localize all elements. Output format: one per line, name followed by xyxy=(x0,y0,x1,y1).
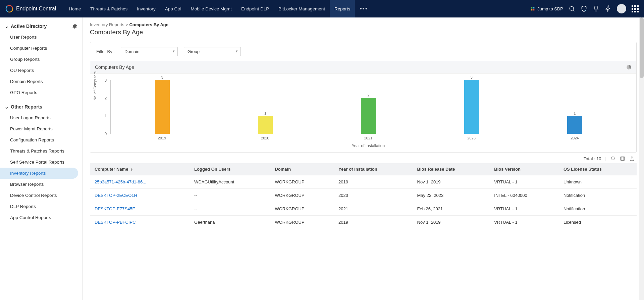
app-name: Endpoint Central xyxy=(16,6,56,12)
table-cell-lic: Notification xyxy=(559,202,637,216)
chart-bar[interactable] xyxy=(567,116,582,134)
sidebar-item-dlp-reports[interactable]: DLP Reports xyxy=(0,201,82,212)
search-icon[interactable] xyxy=(569,5,575,12)
bar-value-label: 1 xyxy=(264,111,266,115)
chart-bar[interactable] xyxy=(155,80,170,134)
table-cell-lic: Licensed xyxy=(559,216,637,229)
sidebar-item-app-control-reports[interactable]: App Control Reports xyxy=(0,212,82,223)
table-header-bios-version[interactable]: Bios Version xyxy=(489,163,559,175)
y-tick: 3 xyxy=(105,78,107,82)
table-cell-bios_ver: VRTUAL - 1 xyxy=(489,216,559,229)
app-logo[interactable]: Endpoint Central xyxy=(5,5,56,13)
svg-point-8 xyxy=(585,10,586,11)
topnav-item-inventory[interactable]: Inventory xyxy=(132,0,160,17)
sidebar-item-user-reports[interactable]: User Reports xyxy=(0,32,82,43)
data-table: Computer Name▲▼Logged On UsersDomainYear… xyxy=(90,163,637,229)
avatar[interactable] xyxy=(617,4,626,13)
table-cell-bios_ver: VRTUAL - 1 xyxy=(489,202,559,216)
topnav-item-endpoint-dlp[interactable]: Endpoint DLP xyxy=(236,0,274,17)
bolt-icon[interactable] xyxy=(605,5,611,12)
columns-icon[interactable] xyxy=(620,156,625,161)
table-header-os-license-status[interactable]: OS License Status xyxy=(559,163,637,175)
table-toolbar: Total : 10 | xyxy=(90,153,637,163)
table-cell-user: -- xyxy=(190,202,270,216)
table-cell-name[interactable]: DESKTOP-E77S45F xyxy=(90,202,190,216)
table-cell-bios_date: Feb 26, 2021 xyxy=(413,202,490,216)
apps-grid-icon[interactable] xyxy=(632,5,639,12)
table-cell-bios_date: May 22, 2023 xyxy=(413,189,490,202)
table-cell-domain: WORKGROUP xyxy=(270,216,334,229)
topnav-item-bitlocker-management[interactable]: BitLocker Management xyxy=(274,0,330,17)
top-nav: HomeThreats & PatchesInventoryApp CtrlMo… xyxy=(64,0,530,17)
table-header-year-of-installation[interactable]: Year of Installation xyxy=(334,163,412,175)
jump-to-sdp-link[interactable]: Jump to SDP xyxy=(530,6,563,11)
vertical-scrollbar[interactable] xyxy=(639,17,644,300)
chart-bar[interactable] xyxy=(464,80,479,134)
sidebar-item-inventory-reports[interactable]: Inventory Reports xyxy=(0,168,78,179)
topnav-item-home[interactable]: Home xyxy=(64,0,86,17)
topnav-more[interactable]: ••• xyxy=(355,5,373,12)
sidebar-item-self-service-portal-reports[interactable]: Self Service Portal Reports xyxy=(0,157,82,168)
table-cell-bios_ver: VRTUAL - 1 xyxy=(489,175,559,189)
sidebar-section-other-reports[interactable]: ⌄Other Reports xyxy=(0,101,82,112)
pie-chart-icon[interactable] xyxy=(626,65,632,70)
sidebar: ⌄Active Directory User ReportsComputer R… xyxy=(0,17,83,300)
table-row: DESKTOP-2ECEO1H--WORKGROUP2023May 22, 20… xyxy=(90,189,637,202)
sidebar-item-group-reports[interactable]: Group Reports xyxy=(0,54,82,65)
breadcrumb-parent[interactable]: Inventory Reports xyxy=(90,22,124,27)
topnav-item-mobile-device-mgmt[interactable]: Mobile Device Mgmt xyxy=(186,0,236,17)
table-cell-year: 2023 xyxy=(334,189,412,202)
table-header-domain[interactable]: Domain xyxy=(270,163,334,175)
topnav-item-reports[interactable]: Reports xyxy=(330,0,355,17)
topnav-item-app-ctrl[interactable]: App Ctrl xyxy=(160,0,186,17)
svg-rect-10 xyxy=(621,157,625,161)
gear-icon[interactable] xyxy=(72,24,77,29)
export-icon[interactable] xyxy=(629,156,635,161)
topnav-item-threats-patches[interactable]: Threats & Patches xyxy=(86,0,132,17)
page-title: Computers By Age xyxy=(90,29,637,36)
x-tick: 2019 xyxy=(158,136,166,140)
table-cell-domain: WORKGROUP xyxy=(270,189,334,202)
table-cell-name[interactable]: DESKTOP-PBFCIPC xyxy=(90,216,190,229)
table-cell-bios_date: Nov 1, 2019 xyxy=(413,175,490,189)
bar-value-label: 3 xyxy=(471,75,473,79)
table-header-bios-release-date[interactable]: Bios Release Date xyxy=(413,163,490,175)
sidebar-item-browser-reports[interactable]: Browser Reports xyxy=(0,179,82,190)
sidebar-item-ou-reports[interactable]: OU Reports xyxy=(0,65,82,76)
report-panel: Filter By : Domain Group Computers By Ag… xyxy=(90,42,637,153)
sidebar-item-threats-patches-reports[interactable]: Threats & Patches Reports xyxy=(0,145,82,157)
sidebar-item-device-control-reports[interactable]: Device Control Reports xyxy=(0,190,82,201)
chart-bar[interactable] xyxy=(361,98,376,134)
sidebar-item-domain-reports[interactable]: Domain Reports xyxy=(0,76,82,87)
table-header-computer-name[interactable]: Computer Name▲▼ xyxy=(90,163,190,175)
sidebar-item-configuration-reports[interactable]: Configuration Reports xyxy=(0,134,82,145)
group-select[interactable]: Group xyxy=(184,47,241,56)
sidebar-section-active-directory[interactable]: ⌄Active Directory xyxy=(0,21,82,32)
svg-point-7 xyxy=(570,6,574,10)
y-tick: 1 xyxy=(105,114,107,118)
table-search-icon[interactable] xyxy=(610,156,616,161)
domain-select[interactable]: Domain xyxy=(121,47,178,56)
shield-icon[interactable] xyxy=(581,5,587,12)
sort-icon[interactable]: ▲▼ xyxy=(130,168,133,171)
chevron-down-icon: ⌄ xyxy=(5,24,9,29)
table-row: DESKTOP-PBFCIPCGeerthanaWORKGROUP2019Nov… xyxy=(90,216,637,229)
chart-bar[interactable] xyxy=(258,116,273,134)
table-cell-year: 2021 xyxy=(334,202,412,216)
table-cell-name[interactable]: DESKTOP-2ECEO1H xyxy=(90,189,190,202)
sidebar-item-power-mgmt-reports[interactable]: Power Mgmt Reports xyxy=(0,123,82,134)
sidebar-item-computer-reports[interactable]: Computer Reports xyxy=(0,43,82,54)
breadcrumb: Inventory Reports > Computers By Age xyxy=(90,22,637,27)
bell-icon[interactable] xyxy=(593,5,599,12)
table-header-logged-on-users[interactable]: Logged On Users xyxy=(190,163,270,175)
table-cell-name[interactable]: 25b3a571-425b-47d1-86... xyxy=(90,175,190,189)
table-cell-bios_date: Nov 1, 2019 xyxy=(413,216,490,229)
sidebar-item-user-logon-reports[interactable]: User Logon Reports xyxy=(0,112,82,123)
y-tick: 2 xyxy=(105,96,107,100)
sidebar-item-gpo-reports[interactable]: GPO Reports xyxy=(0,87,82,98)
breadcrumb-current: Computers By Age xyxy=(129,22,168,27)
table-cell-bios_ver: INTEL - 6040000 xyxy=(489,189,559,202)
table-row: DESKTOP-E77S45F--WORKGROUP2021Feb 26, 20… xyxy=(90,202,637,216)
chart-title: Computers By Age xyxy=(95,65,134,70)
x-tick: 2021 xyxy=(364,136,372,140)
